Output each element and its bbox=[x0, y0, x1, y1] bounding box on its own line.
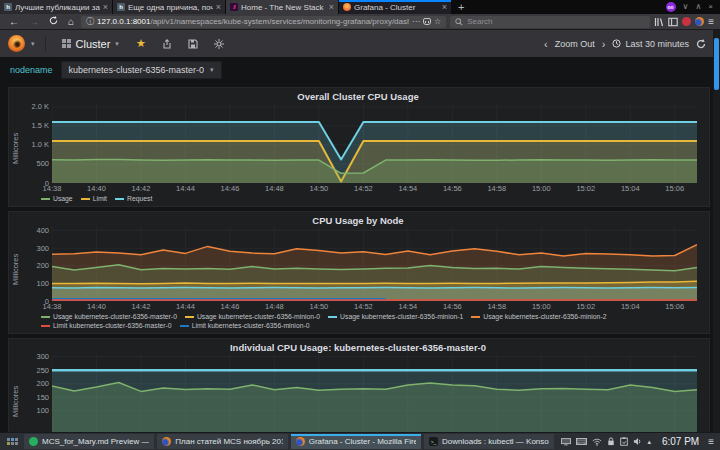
panel-title[interactable]: Individual CPU Usage: kubernetes-cluster… bbox=[11, 341, 705, 354]
bookmark-star-icon[interactable]: ☆ bbox=[434, 17, 441, 26]
url-text: 127.0.0.1:8001/api/v1/namespaces/kube-sy… bbox=[97, 17, 409, 26]
habr-favicon: h bbox=[4, 3, 12, 11]
panel-title[interactable]: Overall Cluster CPU Usage bbox=[11, 90, 705, 103]
panel-cpu-usage-by-node: ⋮ CPU Usage by Node Millicores 010020030… bbox=[8, 211, 710, 334]
legend-item[interactable]: Usage kubernetes-cluster-6356-minion-2 bbox=[471, 313, 606, 320]
x-tick-label: 14:40 bbox=[81, 184, 111, 193]
star-dashboard-button[interactable]: ★ bbox=[131, 37, 151, 50]
dashboard-title: Cluster bbox=[76, 38, 111, 50]
legend-item[interactable]: Usage kubernetes-cluster-6356-minion-0 bbox=[185, 313, 320, 320]
share-button[interactable] bbox=[157, 39, 177, 49]
chart-plot[interactable] bbox=[52, 103, 697, 183]
minimize-button[interactable]: ∨ bbox=[683, 3, 689, 11]
browser-tab[interactable]: hЕще одна причина, поче× bbox=[113, 0, 225, 14]
lock-icon[interactable] bbox=[607, 437, 615, 446]
tab-close-icon[interactable]: × bbox=[216, 3, 221, 12]
reload-button[interactable] bbox=[46, 16, 61, 27]
forward-button[interactable]: → bbox=[26, 17, 42, 27]
time-back-button[interactable]: ‹ bbox=[544, 38, 548, 50]
settings-button[interactable] bbox=[209, 39, 229, 49]
chart-plot[interactable] bbox=[52, 354, 697, 432]
divider bbox=[45, 36, 46, 52]
extension-purple-icon[interactable]: oo bbox=[666, 2, 676, 12]
legend-item[interactable]: Limit kubernetes-cluster-6356-minion-0 bbox=[180, 322, 310, 329]
y-tick-label: 250 bbox=[36, 366, 49, 375]
legend-item[interactable]: Limit kubernetes-cluster-6356-master-0 bbox=[41, 322, 172, 329]
x-tick-label: 14:56 bbox=[437, 302, 467, 311]
task-item[interactable]: Grafana - Cluster - Mozilla Firefox ... bbox=[291, 434, 421, 449]
panel-title[interactable]: CPU Usage by Node bbox=[11, 214, 705, 227]
home-button[interactable]: ⌂ bbox=[65, 17, 77, 27]
browser-tab[interactable]: hЛучшие публикации за с× bbox=[0, 0, 112, 14]
task-item[interactable]: План статей MCS ноябрь 2018 - ... bbox=[157, 434, 287, 449]
grafana-logo-icon[interactable] bbox=[8, 35, 25, 52]
browser-tab[interactable]: Grafana - Cluster× bbox=[339, 0, 451, 14]
page-actions-icon[interactable]: ⋯ bbox=[412, 17, 420, 26]
back-button[interactable]: ← bbox=[6, 17, 22, 27]
menu-button[interactable]: ≡ bbox=[708, 16, 714, 27]
urlbar[interactable]: ⓘ 127.0.0.1:8001/api/v1/namespaces/kube-… bbox=[81, 16, 446, 28]
legend-item[interactable]: Usage bbox=[41, 195, 73, 202]
y-tick-label: 400 bbox=[36, 226, 49, 235]
tab-close-icon[interactable]: × bbox=[442, 3, 447, 12]
legend-color-dash bbox=[185, 316, 194, 318]
search-input[interactable]: Search bbox=[450, 16, 650, 28]
firefox-account-icon[interactable] bbox=[695, 17, 704, 26]
close-button[interactable]: × bbox=[708, 3, 713, 11]
browser-tab[interactable]: //Home - The New Stack× bbox=[226, 0, 338, 14]
x-tick-label: 15:04 bbox=[615, 184, 645, 193]
task-item[interactable]: >_Downloads : kubectl — Konsole bbox=[424, 434, 554, 449]
tab-close-icon[interactable]: × bbox=[329, 3, 334, 12]
x-tick-label: 15:00 bbox=[526, 302, 556, 311]
pocket-icon[interactable] bbox=[423, 18, 431, 25]
tab-strip-spacer bbox=[470, 0, 658, 14]
time-forward-button[interactable]: › bbox=[602, 38, 606, 50]
dashboard-picker[interactable]: Cluster ▾ bbox=[56, 36, 125, 52]
wifi-icon[interactable] bbox=[592, 438, 602, 446]
sidebar-icon[interactable] bbox=[668, 17, 678, 27]
save-button[interactable] bbox=[183, 39, 203, 49]
display-icon[interactable] bbox=[561, 438, 571, 446]
zoom-out-button[interactable]: Zoom Out bbox=[555, 39, 595, 49]
legend-item[interactable]: Usage kubernetes-cluster-6356-master-0 bbox=[41, 313, 177, 320]
x-tick-label: 14:44 bbox=[170, 302, 200, 311]
tab-close-icon[interactable]: × bbox=[103, 3, 108, 12]
task-item[interactable]: MCS_for_Mary.md Preview — ~/D... bbox=[24, 434, 154, 449]
y-tick-label: 2.0 K bbox=[31, 102, 49, 111]
legend-label: Usage kubernetes-cluster-6356-minion-0 bbox=[197, 313, 320, 320]
scrollbar[interactable] bbox=[713, 30, 720, 432]
page-info-icon[interactable]: ⓘ bbox=[86, 16, 94, 27]
firefox-icon bbox=[296, 437, 305, 446]
task-label: Grafana - Cluster - Mozilla Firefox ... bbox=[309, 437, 416, 446]
grafana-app: ▾ Cluster ▾ ★ ‹ Zoom Out › bbox=[0, 30, 720, 432]
keyboard-icon[interactable] bbox=[576, 438, 587, 445]
chart-plot[interactable] bbox=[52, 227, 697, 301]
new-tab-button[interactable]: + bbox=[452, 0, 470, 14]
newstack-favicon: // bbox=[230, 3, 238, 11]
time-controls: ‹ Zoom Out › Last 30 minutes bbox=[544, 35, 706, 53]
tray-expand-icon[interactable]: ▴ bbox=[647, 438, 651, 446]
y-tick-label: 1.5 K bbox=[31, 121, 49, 130]
legend-item[interactable]: Request bbox=[115, 195, 152, 202]
legend-item[interactable]: Limit bbox=[81, 195, 107, 202]
time-range-picker[interactable]: Last 30 minutes bbox=[612, 39, 689, 49]
maximize-button[interactable]: ∧ bbox=[695, 3, 701, 11]
logo-caret-icon[interactable]: ▾ bbox=[31, 40, 35, 48]
x-tick-label: 15:06 bbox=[660, 184, 690, 193]
system-tray: ▴ bbox=[557, 437, 655, 446]
scrollbar-thumb[interactable] bbox=[714, 38, 719, 90]
taskbar-clock[interactable]: 6:07 PM bbox=[658, 436, 703, 447]
variable-value-dropdown[interactable]: kubernetes-cluster-6356-master-0 ▾ bbox=[61, 61, 222, 79]
taskbar-menu-icon[interactable]: ≡ bbox=[706, 436, 716, 447]
library-icon[interactable] bbox=[654, 17, 664, 27]
refresh-button[interactable] bbox=[696, 35, 706, 53]
grafana-header: ▾ Cluster ▾ ★ ‹ Zoom Out › bbox=[0, 30, 720, 57]
clipboard-icon[interactable] bbox=[620, 437, 628, 446]
x-tick-label: 15:02 bbox=[571, 302, 601, 311]
volume-icon[interactable] bbox=[633, 437, 642, 446]
extension-red-icon[interactable] bbox=[682, 17, 691, 26]
legend-item[interactable]: Usage kubernetes-cluster-6356-minion-1 bbox=[328, 313, 463, 320]
y-tick-label: 200 bbox=[36, 261, 49, 270]
app-launcher-button[interactable] bbox=[4, 438, 21, 445]
x-tick-label: 14:54 bbox=[393, 184, 423, 193]
